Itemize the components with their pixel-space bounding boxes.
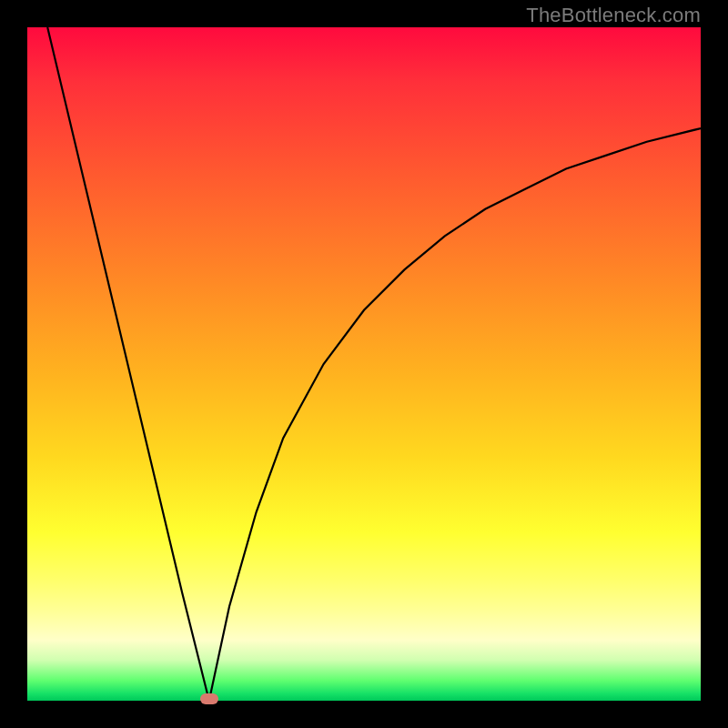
bottleneck-curve xyxy=(27,27,701,701)
watermark-text: TheBottleneck.com xyxy=(526,4,701,27)
vertex-marker xyxy=(200,693,218,704)
chart-frame: TheBottleneck.com xyxy=(0,0,728,728)
plot-area xyxy=(27,27,701,701)
curve-path xyxy=(47,27,701,701)
